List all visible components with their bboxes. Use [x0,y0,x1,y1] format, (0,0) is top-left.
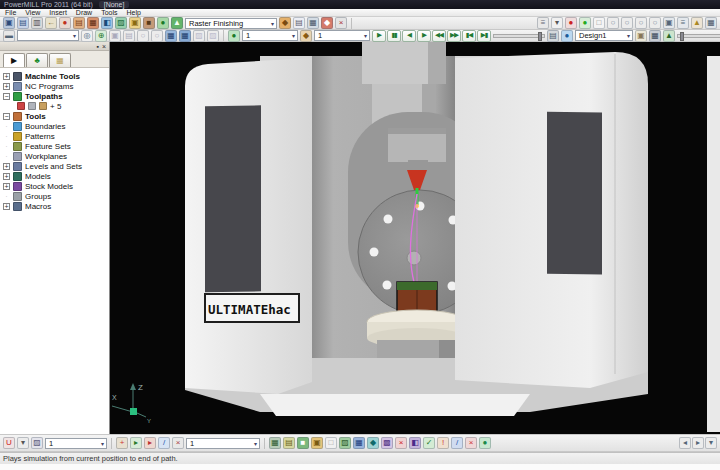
mini-caret-icon[interactable]: ▾ [705,437,717,449]
tree-item-nc-programs[interactable]: +NC Programs [3,81,109,91]
alert-icon[interactable]: ! [437,437,449,449]
expander-icon[interactable]: + [3,203,10,210]
pause-button[interactable]: ▮▮ [387,30,401,42]
screen2-icon[interactable]: ▦ [179,30,191,42]
step-back-button[interactable]: ◀ [402,30,416,42]
expander-icon[interactable]: − [3,113,10,120]
blue-grid-icon[interactable]: ▦ [353,437,365,449]
sim-detail-slider[interactable] [677,34,720,38]
shade-icon[interactable]: ■ [297,437,309,449]
clamp-caret-icon[interactable]: ▾ [17,437,29,449]
red-x-icon[interactable]: × [395,437,407,449]
tree-item-boundaries[interactable]: ·Boundaries [3,121,109,131]
cyan-gem-icon[interactable]: ◆ [367,437,379,449]
undo-clamp-icon[interactable]: U [3,437,15,449]
frame2-icon[interactable]: ▣ [635,30,647,42]
tree-item-workplanes[interactable]: ·Workplanes [3,151,109,161]
toolpath-state-icon[interactable] [17,102,25,110]
title-bar[interactable]: PowerMILL Pro 2011 (64 bit) [None] [0,0,720,9]
view-iso2-icon[interactable]: ○ [621,17,633,29]
tree-item-models[interactable]: +Models [3,171,109,181]
open-faded-icon[interactable]: ▣ [109,30,121,42]
menu-view[interactable]: View [25,9,40,16]
go-icon[interactable]: ● [579,17,591,29]
tree-item-stock-models[interactable]: +Stock Models [3,181,109,191]
search-back-button[interactable]: ◀◀ [432,30,446,42]
flag-icon[interactable]: ▲ [691,17,703,29]
search-forward-button[interactable]: ▶▶ [447,30,461,42]
menu-tools[interactable]: Tools [101,9,117,16]
document-tab[interactable]: [None] [99,1,130,8]
undo-icon[interactable]: ← [45,17,57,29]
go-to-start-button[interactable]: ▮◀ [462,30,476,42]
levels-icon[interactable]: ≡ [677,17,689,29]
play-button[interactable]: ▶ [372,30,386,42]
menu-file[interactable]: File [5,9,16,16]
delete-icon[interactable]: × [335,17,347,29]
world-icon[interactable]: ● [561,30,573,42]
spreadsheet-icon[interactable]: ▦ [307,17,319,29]
draw-icon[interactable]: / [158,437,170,449]
prev-faded-icon[interactable]: ○ [137,30,149,42]
view-iso4-icon[interactable]: ○ [649,17,661,29]
block-view-icon[interactable]: ▦ [269,437,281,449]
tree-subitem[interactable]: + 5 [3,101,109,111]
nav-back-icon[interactable]: ◂ [679,437,691,449]
tree-item-macros[interactable]: +Macros [3,201,109,211]
check-icon[interactable]: ✓ [423,437,435,449]
refresh-icon[interactable]: ▣ [663,17,675,29]
machine-simulation-canvas[interactable]: ULTIMATEhac Z X Y [110,42,720,434]
pin-icon[interactable]: ▪ [96,43,98,50]
expander-icon[interactable]: + [3,83,10,90]
view-iso3-icon[interactable]: ○ [635,17,647,29]
stop-icon[interactable]: ● [565,17,577,29]
multi-icon[interactable]: ▩ [381,437,393,449]
grid-icon[interactable]: ▦ [705,17,717,29]
ghost1-icon[interactable]: ▨ [193,30,205,42]
expander-icon[interactable]: − [3,93,10,100]
toolpath-sim-icon[interactable]: ● [228,30,240,42]
font-size-icon[interactable]: ≡ [537,17,549,29]
screen1-icon[interactable]: ▦ [165,30,177,42]
sim-speed-slider[interactable] [493,34,545,38]
close-icon[interactable]: × [102,43,106,50]
tree-item-tools[interactable]: −Tools [3,111,109,121]
sim-tool-combo[interactable]: 1 ▾ [314,30,370,41]
block-icon[interactable]: ■ [143,17,155,29]
notes-icon[interactable]: ▤ [293,17,305,29]
tree-item-patterns[interactable]: ·Patterns [3,131,109,141]
stack-icon[interactable]: ▤ [547,30,559,42]
folder-icon[interactable]: ▣ [129,17,141,29]
wireframe-icon[interactable]: ▣ [311,437,323,449]
menu-help[interactable]: Help [127,9,141,16]
expander-icon[interactable]: + [3,183,10,190]
tree-item-machine-tools[interactable]: +Machine Tools [3,71,109,81]
links-combo[interactable]: 1 ▾ [186,438,260,449]
target-icon[interactable]: ◎ [81,30,93,42]
save-project-icon[interactable]: ▤ [17,17,29,29]
design-combo[interactable]: Design1 ▾ [575,30,633,41]
toolpath-state-icon[interactable] [28,102,36,110]
step-forward-button[interactable]: ▶ [417,30,431,42]
machine-icon[interactable]: ▦ [649,30,661,42]
dropdown-icon[interactable]: ▾ [551,17,563,29]
angle-icon[interactable]: ▨ [31,437,43,449]
leaf-icon[interactable]: ▨ [339,437,351,449]
print-icon[interactable]: ▥ [31,17,43,29]
leads-combo[interactable]: 1 ▾ [45,438,107,449]
go-to-end-button[interactable]: ▶▮ [477,30,491,42]
links-icon[interactable]: ▸ [144,437,156,449]
open-project-icon[interactable]: ▣ [3,17,15,29]
axis-icon[interactable]: + [116,437,128,449]
ghost2-icon[interactable]: ▨ [207,30,219,42]
tool-sim-icon[interactable]: ◆ [300,30,312,42]
menu-draw[interactable]: Draw [76,9,92,16]
next-faded-icon[interactable]: ○ [151,30,163,42]
collision-check-icon[interactable]: ● [157,17,169,29]
cross-icon[interactable]: × [465,437,477,449]
post-icon[interactable]: ◆ [321,17,333,29]
material-icon[interactable]: ▤ [283,437,295,449]
tree-view-tab[interactable]: ♣ [26,53,48,67]
purple-icon[interactable]: ◧ [409,437,421,449]
edit-combo[interactable]: ▾ [17,30,79,41]
